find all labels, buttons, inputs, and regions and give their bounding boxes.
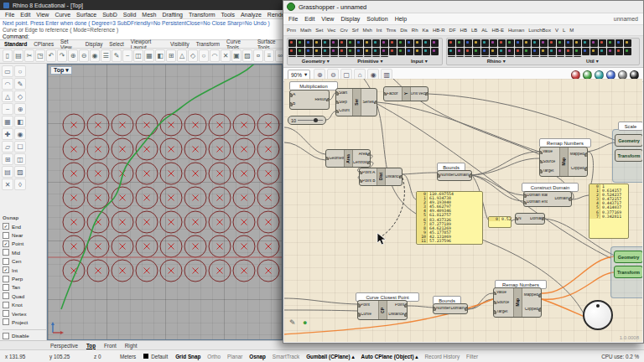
toolbar-icon[interactable]: ▦ (144, 49, 154, 62)
input-nub[interactable] (360, 171, 362, 174)
component-icon[interactable] (448, 48, 455, 55)
component-icon[interactable] (288, 48, 296, 55)
component-icon[interactable] (498, 56, 506, 57)
menu-item-view[interactable]: View (36, 12, 49, 18)
palette-label-geometry[interactable]: Geometry▾ (302, 58, 330, 64)
input-nub[interactable] (438, 173, 440, 177)
geometry-mid[interactable]: Geometry (614, 251, 642, 263)
component-icon[interactable] (532, 39, 539, 47)
sidebar-tool-icon[interactable]: ◊ (14, 178, 26, 190)
component-icon[interactable] (590, 48, 598, 55)
component-icon[interactable] (389, 39, 397, 47)
sidebar-tool-icon[interactable]: ⊕ (14, 103, 26, 115)
component-icon[interactable] (465, 56, 472, 57)
sidebar-tool-icon[interactable]: ▭ (2, 65, 13, 77)
gh-tab-ka[interactable]: Ka (423, 28, 428, 33)
gh-titlebar[interactable]: Grasshopper - unnamed (283, 1, 643, 13)
component-icon[interactable] (397, 39, 405, 47)
sidebar-tool-icon[interactable]: ▱ (2, 141, 13, 153)
output-nub[interactable] (469, 173, 471, 177)
input-nub[interactable] (434, 307, 436, 310)
component-icon[interactable] (423, 39, 430, 47)
component-icon[interactable] (305, 48, 313, 55)
output-nub[interactable] (367, 153, 370, 156)
component-icon[interactable] (574, 39, 581, 47)
component-icon[interactable] (322, 56, 330, 57)
component-icon[interactable] (548, 56, 556, 57)
component-icon[interactable] (339, 48, 346, 55)
osnap-checkbox[interactable] (3, 258, 9, 265)
input-param-n[interactable]: N (516, 217, 530, 221)
osnap-item-disable[interactable]: Disable (3, 329, 46, 340)
gh-menu-item-solution[interactable]: Solution (366, 16, 387, 22)
display-mode-sphere-icon[interactable] (630, 70, 639, 80)
input-param-count[interactable]: Count (336, 109, 352, 113)
output-param-mapped[interactable]: Mapped (569, 153, 588, 157)
remap-top[interactable]: ValueSourceTargetMapMappedClipped (539, 147, 588, 177)
palette-label-rhino[interactable]: Rhino▾ (487, 58, 506, 64)
component-icon[interactable] (532, 48, 539, 55)
sidebar-tool-icon[interactable]: ◫ (14, 153, 26, 165)
osnap-checkbox[interactable]: ✓ (3, 223, 9, 230)
menu-item-surface[interactable]: Surface (76, 12, 96, 18)
component-icon[interactable] (465, 48, 472, 55)
toolbar-tab-transform[interactable]: Transform (196, 41, 220, 47)
toolbar-icon[interactable]: ○ (199, 49, 209, 62)
series[interactable]: StartStepCountSerSeries (335, 88, 377, 116)
component-icon[interactable] (607, 39, 615, 47)
menu-item-analyze[interactable]: Analyze (241, 12, 262, 18)
component-icon[interactable] (506, 39, 514, 47)
input-param-numbers[interactable]: Numbers (434, 307, 450, 311)
component-icon[interactable] (381, 39, 388, 47)
palette-label-input[interactable]: Input▾ (411, 58, 428, 64)
toolbar-icon[interactable]: ▯ (3, 49, 13, 62)
toolbar-tab-cplanes[interactable]: CPlanes (34, 41, 54, 47)
remap-bottom[interactable]: ValueSourceTargetMapMappedClipped (493, 287, 542, 318)
layer-chip[interactable]: Default (143, 354, 168, 359)
output-nub[interactable] (538, 308, 541, 311)
component-icon[interactable] (431, 48, 439, 55)
menu-item-file[interactable]: File (5, 12, 14, 18)
component-icon[interactable] (356, 56, 363, 57)
sidebar-tool-icon[interactable]: ~ (2, 103, 13, 115)
component-icon[interactable] (473, 56, 480, 57)
gh-tab-crv[interactable]: Crv (340, 28, 347, 33)
output-param-clipped[interactable]: Clipped (522, 308, 542, 312)
component-icon[interactable] (322, 48, 330, 55)
input-param-step[interactable]: Step (336, 101, 352, 105)
gh-tab-rh[interactable]: Rh (412, 28, 418, 33)
gh-tab-math[interactable]: Math (300, 28, 311, 33)
toolbar-icon[interactable]: ◇ (188, 49, 198, 62)
sidebar-tool-icon[interactable]: ◉ (14, 128, 26, 140)
component-icon[interactable] (557, 56, 564, 57)
component-icon[interactable] (515, 56, 522, 57)
construct-domain[interactable]: Domain startDomain endDomain (523, 191, 572, 207)
osnap-item-cen[interactable]: Cen (3, 257, 46, 266)
component-icon[interactable] (490, 56, 497, 57)
output-nub[interactable] (584, 153, 587, 156)
input-param-value[interactable]: Value (540, 150, 559, 154)
component-icon[interactable] (297, 39, 304, 47)
input-param-source[interactable]: Source (540, 160, 559, 164)
component-icon[interactable] (540, 39, 548, 47)
component-icon[interactable] (540, 48, 548, 55)
input-nub[interactable] (494, 292, 496, 295)
component-icon[interactable] (599, 39, 606, 47)
gh-menu-item-help[interactable]: Help (395, 16, 407, 22)
input-param-domain-start[interactable]: Domain start (524, 194, 548, 198)
unit-y[interactable]: FactorYUnit vector (383, 86, 428, 101)
component-icon[interactable] (565, 56, 573, 57)
component-icon[interactable] (322, 39, 330, 47)
output-param-area[interactable]: Area (353, 153, 371, 157)
component-icon[interactable] (473, 48, 480, 55)
osnap-item-point[interactable]: ✓Point (3, 240, 46, 248)
output-param-series[interactable]: Series (361, 101, 377, 105)
osnap-checkbox[interactable] (3, 249, 9, 256)
component-icon[interactable] (297, 56, 304, 57)
sidebar-tool-icon[interactable]: ◧ (14, 116, 26, 127)
menu-item-transform[interactable]: Transform (189, 12, 216, 18)
component-icon[interactable] (624, 48, 631, 55)
osnap-item-int[interactable]: ✓Int (3, 266, 46, 274)
toolbar-icon[interactable]: ✂ (24, 49, 34, 62)
component-icon[interactable] (372, 48, 380, 55)
